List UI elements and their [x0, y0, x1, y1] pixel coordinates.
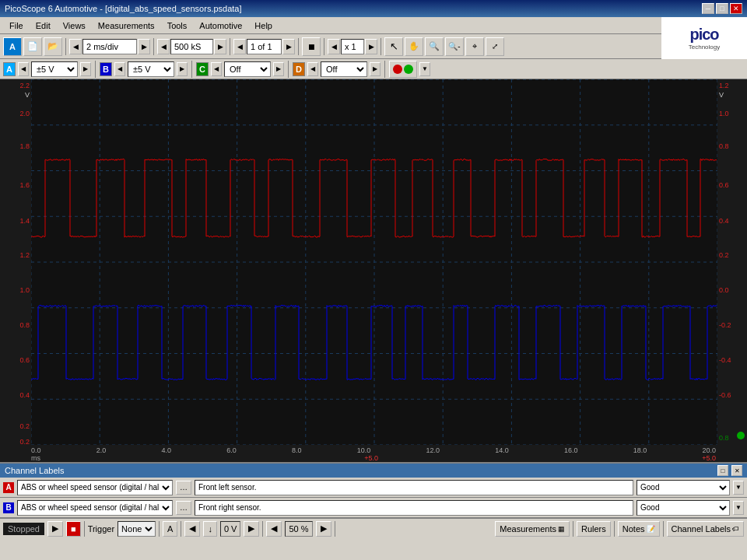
time-16: 16.0 [564, 446, 578, 454]
toolbar-sep-6 [381, 38, 381, 55]
panel-ch-b: B [3, 502, 14, 513]
close-button[interactable]: ✕ [730, 3, 742, 14]
ch-c-value[interactable]: Off [224, 61, 271, 77]
panel-a-sensor[interactable]: ABS or wheel speed sensor (digital / hal… [17, 480, 173, 495]
menu-views[interactable]: Views [57, 19, 92, 32]
panel-a-menu[interactable]: … [176, 481, 191, 495]
menu-help[interactable]: Help [248, 19, 279, 32]
ch-b-next[interactable]: ▶ [177, 62, 188, 76]
ch-c-prev[interactable]: ◀ [211, 62, 222, 76]
notes-button[interactable]: Notes 📝 [618, 521, 660, 537]
panel-a-quality-expand[interactable]: ▼ [733, 481, 744, 495]
ch-d-prev[interactable]: ◀ [307, 62, 318, 76]
time-14: 14.0 [495, 446, 509, 454]
zoom-fit-button[interactable]: ⌖ [465, 37, 484, 56]
trigger-voltage-btn[interactable]: ↓ [203, 521, 217, 537]
panel-a-quality[interactable]: Good [637, 480, 730, 495]
record-settings[interactable]: ▼ [419, 62, 430, 76]
prev-pct-btn[interactable]: ◀ [266, 521, 282, 537]
channel-a-toolbar-icon[interactable]: A [3, 37, 22, 56]
next-pct-btn[interactable]: ▶ [316, 521, 331, 537]
samples-value[interactable]: 500 kS [170, 39, 213, 54]
panel-b-quality-expand[interactable]: ▼ [733, 501, 744, 515]
time-20: 20.0 [702, 446, 716, 454]
panel-b-quality[interactable]: Good [637, 500, 730, 516]
timebase-prev[interactable]: ◀ [69, 39, 82, 54]
toolbar-sep-4 [298, 38, 299, 55]
page-next[interactable]: ▶ [282, 39, 295, 54]
channel-labels-button[interactable]: Channel Labels 🏷 [667, 521, 744, 537]
time-8: 8.0 [292, 446, 302, 454]
menu-tools[interactable]: Tools [161, 19, 194, 32]
cursor-tool[interactable]: ↖ [384, 37, 403, 56]
ch-d-next[interactable]: ▶ [370, 62, 381, 76]
menu-automotive[interactable]: Automotive [193, 19, 248, 32]
ch-c-next[interactable]: ▶ [273, 62, 284, 76]
channel-d-label: D [293, 62, 305, 76]
status-bar: Stopped ▶ ■ Trigger None A ◀ ↓ 0 V ▶ ◀ 5… [0, 518, 747, 538]
ch-d-value[interactable]: Off [321, 61, 367, 77]
toolbar: A 📄 📂 ◀ 2 ms/div ▶ ◀ 500 kS ▶ ◀ 1 of 1 ▶… [0, 34, 747, 59]
panel-b-menu[interactable]: … [176, 501, 191, 515]
channel-b-label: B [100, 62, 112, 76]
trigger-select[interactable]: None [117, 521, 156, 537]
scope-bottom-axis: 0.0 2.0 4.0 6.0 8.0 10.0 12.0 14.0 16.0 … [0, 445, 747, 462]
menu-measurements[interactable]: Measurements [92, 19, 161, 32]
samples-prev[interactable]: ◀ [157, 39, 170, 54]
zoom-prev[interactable]: ◀ [328, 39, 340, 54]
menu-edit[interactable]: Edit [30, 19, 57, 32]
ch-sep-1 [95, 61, 96, 78]
record-red-dot [393, 65, 402, 74]
page-prev[interactable]: ◀ [233, 39, 246, 54]
ch-a-voltage[interactable]: ±5 V [31, 61, 78, 77]
next-signal-btn[interactable]: ▶ [244, 521, 259, 537]
maximize-button[interactable]: □ [716, 3, 728, 14]
measurements-button[interactable]: Measurements ▦ [495, 521, 570, 537]
panel-restore-button[interactable]: □ [717, 465, 728, 476]
page-value[interactable]: 1 of 1 [247, 39, 282, 54]
panel-b-sensor[interactable]: ABS or wheel speed sensor (digital / hal… [17, 500, 173, 516]
left-scale-indicator: +5.0 [364, 454, 378, 462]
play-button[interactable]: ▶ [47, 521, 63, 537]
record-button[interactable] [389, 61, 417, 78]
time-18: 18.0 [633, 446, 647, 454]
time-6: 6.0 [226, 446, 237, 454]
menu-file[interactable]: File [3, 19, 30, 32]
toolbar-sep-1 [65, 38, 66, 55]
stop-button-status[interactable]: ■ [66, 521, 81, 537]
ch-sep-2 [191, 61, 192, 78]
toolbar-sep-5 [324, 38, 324, 55]
zoom-out-button[interactable]: 🔍- [445, 37, 464, 56]
samples-next[interactable]: ▶ [214, 39, 226, 54]
channel-a-status-btn[interactable]: A [163, 521, 177, 537]
title-bar: PicoScope 6 Automotive - [digital_abs_sp… [0, 0, 747, 17]
prev-signal-btn[interactable]: ◀ [184, 521, 200, 537]
scope-canvas-wrap[interactable] [31, 79, 717, 445]
ch-b-prev[interactable]: ◀ [114, 62, 125, 76]
zoom-next[interactable]: ▶ [365, 39, 377, 54]
zoom-custom-button[interactable]: ⤢ [486, 37, 504, 56]
stop-button[interactable]: ⏹ [302, 37, 321, 56]
panel-close-button[interactable]: ✕ [731, 465, 742, 476]
zoom-value[interactable]: x 1 [341, 39, 364, 54]
time-0: 0.0 [31, 446, 41, 454]
channel-labels-panel: Channel Labels □ ✕ A ABS or wheel speed … [0, 462, 747, 518]
zoom-in-button[interactable]: 🔍 [425, 37, 444, 56]
hand-tool[interactable]: ✋ [405, 37, 423, 56]
panel-b-description[interactable] [195, 500, 633, 516]
ch-a-prev[interactable]: ◀ [18, 62, 29, 76]
panel-ch-a: A [3, 482, 14, 493]
ch-b-voltage[interactable]: ±5 V [128, 61, 174, 77]
new-file-button[interactable]: 📄 [23, 37, 42, 56]
minimize-button[interactable]: ─ [702, 3, 714, 14]
panel-a-description[interactable] [195, 480, 633, 495]
open-file-button[interactable]: 📂 [44, 37, 62, 56]
status-sep-7 [614, 521, 615, 537]
pico-logo: pico Technology [661, 17, 747, 59]
panel-row-b: B ABS or wheel speed sensor (digital / h… [0, 498, 747, 518]
ch-a-next[interactable]: ▶ [80, 62, 91, 76]
timebase-next[interactable]: ▶ [138, 39, 150, 54]
channel-bar: A ◀ ±5 V ▶ B ◀ ±5 V ▶ C ◀ Off ▶ D ◀ Off … [0, 59, 747, 79]
rulers-button[interactable]: Rulers [577, 521, 611, 537]
timebase-value[interactable]: 2 ms/div [82, 39, 137, 54]
